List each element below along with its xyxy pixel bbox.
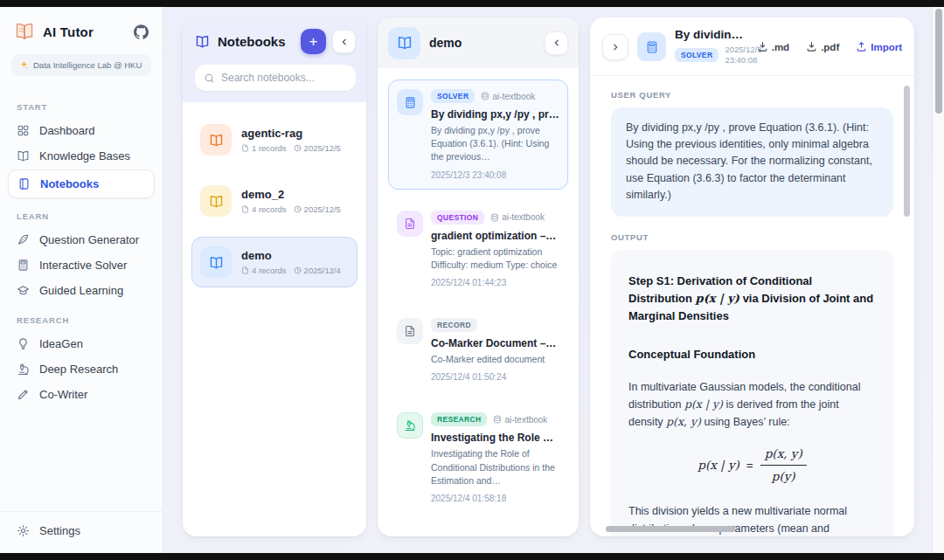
notebook-item-demo-2[interactable]: demo_2 4 records 2025/12/5 — [191, 176, 357, 226]
nav-section-research: RESEARCH — [0, 303, 163, 331]
output-subheading: Conceptual Foundation — [628, 346, 876, 364]
scrollbar-thumb[interactable] — [935, 9, 942, 114]
record-type-badge: SOLVER — [431, 89, 475, 103]
notebook-records-count: 4 records — [241, 204, 287, 214]
detail-body[interactable]: USER QUERY By dividing px,y /py , prove … — [590, 76, 914, 536]
user-query-box: By dividing px,y /py , prove Equation (3… — [611, 107, 893, 217]
record-card-research[interactable]: RESEARCH ai-textbook Investigating the R… — [388, 403, 568, 513]
sidebar-item-settings[interactable]: Settings — [17, 524, 146, 537]
detail-horizontal-scrollbar-thumb[interactable] — [606, 526, 735, 532]
detail-vertical-scrollbar-thumb[interactable] — [904, 86, 910, 217]
notebook-name: demo — [241, 249, 341, 262]
record-desc: Co-Marker edited document — [431, 353, 556, 366]
sparkles-icon — [19, 60, 29, 70]
notebooks-panel-title: Notebooks — [218, 34, 295, 49]
record-desc: Investigating the Role of Conditional Di… — [431, 447, 559, 487]
records-panel-header: demo — [378, 17, 579, 68]
calculator-icon — [17, 259, 30, 272]
sidebar-item-question-generator[interactable]: Question Generator — [0, 227, 163, 252]
search-input[interactable] — [221, 72, 347, 84]
microscope-icon — [17, 363, 30, 376]
record-source: ai-textbook — [490, 212, 545, 222]
notebook-item-agentic-rag[interactable]: agentic-rag 1 records 2025/12/5 — [191, 114, 357, 165]
book-open-icon — [17, 149, 30, 162]
graduation-cap-icon — [17, 284, 30, 297]
export-md-button[interactable]: .md — [757, 41, 789, 52]
sidebar-item-deep-research[interactable]: Deep Research — [0, 356, 163, 382]
record-source: ai-textbook — [481, 92, 535, 101]
quill-icon — [17, 233, 30, 246]
notebooks-panel: Notebooks + — [183, 17, 366, 536]
notebook-icon — [200, 124, 232, 156]
notebook-date: 2025/12/5 — [294, 204, 341, 214]
record-timestamp: 2025/12/4 01:50:24 — [431, 372, 556, 382]
sidebar-item-ideagen[interactable]: IdeaGen — [0, 331, 163, 356]
record-card-record[interactable]: RECORD Co-Marker Document –… Co-Marker e… — [388, 308, 568, 391]
record-timestamp: 2025/12/4 01:44:23 — [431, 278, 559, 287]
notebook-date: 2025/12/4 — [294, 266, 341, 275]
detail-panel-header: By dividing px,y… SOLVER 2025/12/3 23:40… — [590, 17, 914, 76]
sidebar-item-label: Co-Writer — [39, 388, 87, 401]
sidebar-item-interactive-solver[interactable]: Interactive Solver — [0, 252, 163, 278]
notebook-search[interactable] — [195, 65, 356, 91]
sidebar-item-knowledge-bases[interactable]: Knowledge Bases — [0, 143, 163, 169]
sidebar-item-guided-learning[interactable]: Guided Learning — [0, 278, 163, 303]
sidebar-item-label: Notebooks — [40, 177, 99, 190]
sidebar-item-label: Settings — [39, 524, 80, 537]
record-type-badge: QUESTION — [431, 211, 484, 225]
notebook-item-demo[interactable]: demo 4 records 2025/12/4 — [191, 237, 357, 287]
record-title: Investigating the Role of… — [431, 432, 559, 444]
record-type-badge: RESEARCH — [431, 412, 487, 426]
notebook-name: agentic-rag — [241, 127, 341, 140]
record-desc: By dividing px,y /py , prove Equation (3… — [431, 124, 559, 164]
record-card-question[interactable]: QUESTION ai-textbook gradient optimizati… — [388, 201, 568, 297]
detail-title-block: By dividing px,y… SOLVER 2025/12/3 23:40… — [675, 28, 748, 66]
app-window: AI Tutor Data Intelligence Lab @ HKU STA… — [0, 7, 932, 553]
collapse-records-button[interactable] — [545, 31, 568, 55]
notebook-name: demo_2 — [241, 188, 341, 201]
sidebar-item-co-writer[interactable]: Co-Writer — [0, 382, 163, 407]
expand-detail-button[interactable] — [602, 34, 628, 60]
notebook-records-count: 1 records — [241, 143, 287, 153]
microscope-icon — [397, 412, 423, 439]
export-pdf-button[interactable]: .pdf — [806, 41, 839, 52]
sidebar-item-label: Question Generator — [39, 233, 139, 246]
upload-icon — [856, 41, 867, 52]
record-source: ai-textbook — [493, 415, 547, 425]
record-type-badge: RECORD — [431, 318, 477, 332]
sidebar-item-label: Deep Research — [39, 363, 118, 376]
collapse-notebooks-button[interactable] — [332, 30, 356, 53]
output-step-heading: Step S1: Derivation of Conditional Distr… — [628, 273, 876, 325]
notebook-icon — [200, 185, 232, 217]
add-notebook-button[interactable]: + — [301, 29, 326, 54]
sidebar-item-label: Dashboard — [39, 124, 95, 137]
app-title: AI Tutor — [43, 24, 94, 39]
lab-badge-label: Data Intelligence Lab @ HKU — [33, 60, 142, 70]
record-title: By dividing px,y /py , prove… — [431, 108, 559, 121]
sidebar-bottom: Settings — [0, 511, 163, 553]
file-icon — [397, 211, 423, 237]
gear-icon — [17, 524, 30, 537]
dashboard-icon — [17, 124, 30, 137]
output-box: Step S1: Derivation of Conditional Distr… — [611, 250, 893, 536]
record-timestamp: 2025/12/3 23:40:08 — [431, 170, 559, 180]
record-card-solver[interactable]: SOLVER ai-textbook By dividing px,y /py … — [388, 80, 568, 190]
record-title: gradient optimization –… — [431, 230, 559, 242]
import-button[interactable]: Import — [856, 41, 902, 52]
app-logo-icon — [14, 21, 35, 42]
sidebar-item-label: Guided Learning — [39, 284, 123, 297]
github-icon[interactable] — [134, 24, 149, 39]
lab-badge: Data Intelligence Lab @ HKU — [11, 54, 151, 76]
detail-type-badge: SOLVER — [675, 48, 718, 62]
output-label: OUTPUT — [611, 232, 893, 242]
sidebar-item-notebooks[interactable]: Notebooks — [8, 169, 155, 198]
download-icon — [806, 41, 817, 52]
calculator-icon — [397, 89, 423, 115]
sidebar-item-dashboard[interactable]: Dashboard — [0, 118, 163, 143]
detail-panel: By dividing px,y… SOLVER 2025/12/3 23:40… — [590, 17, 914, 536]
calculator-icon — [637, 32, 666, 61]
sidebar-item-label: IdeaGen — [39, 337, 83, 350]
window-scrollbar[interactable] — [932, 7, 944, 553]
sidebar-item-label: Interactive Solver — [39, 259, 127, 272]
notebook-date: 2025/12/5 — [294, 143, 341, 153]
